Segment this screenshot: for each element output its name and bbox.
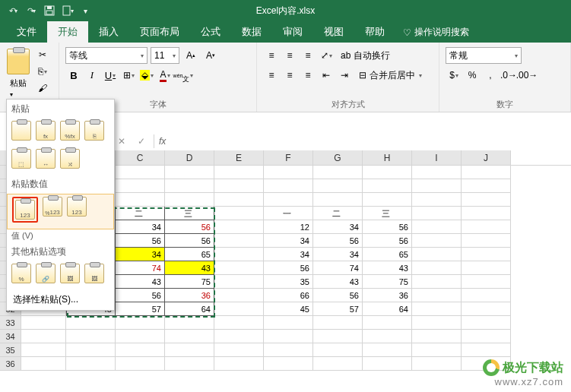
save-button[interactable] bbox=[41, 2, 58, 19]
cell[interactable]: 43 bbox=[165, 261, 214, 275]
cell[interactable] bbox=[116, 179, 165, 193]
cell[interactable]: 56 bbox=[363, 220, 412, 234]
cell[interactable] bbox=[214, 248, 264, 261]
col-header[interactable]: D bbox=[165, 150, 214, 165]
cell[interactable] bbox=[214, 357, 264, 371]
increase-decimal-button[interactable]: .0→ bbox=[500, 67, 517, 84]
copy-button[interactable]: ⎘▾ bbox=[33, 64, 52, 79]
fx-icon[interactable]: fx bbox=[159, 136, 166, 147]
cell[interactable] bbox=[214, 261, 264, 275]
qat-customize[interactable]: ▾ bbox=[78, 2, 94, 19]
align-right-button[interactable]: ≡ bbox=[300, 67, 316, 84]
cell[interactable]: 34 bbox=[264, 248, 313, 261]
cell[interactable] bbox=[313, 166, 363, 179]
cell[interactable]: 65 bbox=[165, 248, 214, 261]
cell[interactable] bbox=[363, 193, 412, 207]
grow-font-button[interactable]: A▴ bbox=[182, 47, 199, 64]
tab-view[interactable]: 视图 bbox=[313, 21, 354, 43]
cell[interactable] bbox=[412, 166, 462, 179]
fill-color-button[interactable]: ⬙▾ bbox=[138, 67, 155, 84]
cell[interactable] bbox=[412, 343, 462, 357]
indent-dec-button[interactable]: ⇤ bbox=[318, 67, 335, 84]
paste-keep-source-fmt-icon[interactable]: ⎘ bbox=[84, 121, 104, 141]
tab-data[interactable]: 数据 bbox=[231, 21, 272, 43]
cell[interactable] bbox=[462, 316, 511, 330]
cell[interactable]: 56 bbox=[165, 234, 214, 248]
cell[interactable]: 56 bbox=[313, 289, 363, 302]
cell[interactable] bbox=[165, 330, 214, 343]
paste-picture-icon[interactable]: 🖼 bbox=[60, 264, 80, 283]
row-header[interactable]: 35 bbox=[0, 343, 21, 357]
cell[interactable] bbox=[214, 166, 264, 179]
cell[interactable]: 36 bbox=[165, 289, 214, 302]
cell[interactable] bbox=[462, 343, 511, 357]
cell[interactable]: 43 bbox=[313, 275, 363, 289]
cell[interactable] bbox=[214, 220, 264, 234]
cell[interactable] bbox=[264, 357, 313, 371]
cell[interactable]: 64 bbox=[363, 302, 412, 316]
cell[interactable] bbox=[412, 357, 462, 371]
cell[interactable] bbox=[363, 343, 412, 357]
col-header[interactable]: F bbox=[264, 150, 313, 165]
cell[interactable] bbox=[313, 357, 363, 371]
cell[interactable]: 57 bbox=[313, 302, 363, 316]
cell[interactable] bbox=[462, 179, 511, 193]
cell[interactable] bbox=[412, 289, 462, 302]
paste-button[interactable]: 粘贴▾ bbox=[6, 46, 30, 98]
cell[interactable] bbox=[313, 179, 363, 193]
tab-help[interactable]: 帮助 bbox=[354, 21, 395, 43]
paste-formulas-numfmt-icon[interactable]: %fx bbox=[60, 121, 80, 141]
cell[interactable] bbox=[412, 261, 462, 275]
cell[interactable] bbox=[412, 248, 462, 261]
cell[interactable] bbox=[165, 316, 214, 330]
cell[interactable] bbox=[462, 207, 511, 220]
cell[interactable]: 45 bbox=[264, 302, 313, 316]
comma-button[interactable]: , bbox=[482, 67, 499, 84]
paste-no-borders-icon[interactable]: ⬚ bbox=[11, 149, 31, 169]
cut-button[interactable]: ✂ bbox=[33, 47, 52, 62]
shrink-font-button[interactable]: A▾ bbox=[202, 47, 219, 64]
tab-layout[interactable]: 页面布局 bbox=[129, 21, 190, 43]
cell[interactable]: 二 bbox=[313, 207, 363, 220]
cell[interactable] bbox=[116, 330, 165, 343]
paste-all-icon[interactable] bbox=[11, 121, 31, 141]
cell[interactable] bbox=[462, 289, 511, 302]
cell[interactable] bbox=[313, 193, 363, 207]
cell[interactable]: 一 bbox=[264, 207, 313, 220]
phonetic-button[interactable]: wén文▾ bbox=[175, 67, 192, 84]
cell[interactable] bbox=[264, 179, 313, 193]
cell[interactable] bbox=[462, 220, 511, 234]
cell[interactable]: 74 bbox=[116, 261, 165, 275]
redo-button[interactable]: ↷▾ bbox=[23, 2, 40, 19]
cell[interactable]: 56 bbox=[116, 289, 165, 302]
cell[interactable] bbox=[214, 343, 264, 357]
cell[interactable]: 64 bbox=[165, 302, 214, 316]
cell[interactable]: 75 bbox=[363, 275, 412, 289]
tab-file[interactable]: 文件 bbox=[6, 21, 47, 43]
cell[interactable] bbox=[412, 330, 462, 343]
cell[interactable]: 二 bbox=[116, 207, 165, 220]
cell[interactable]: 66 bbox=[264, 289, 313, 302]
align-left-button[interactable]: ≡ bbox=[263, 67, 280, 84]
cell[interactable] bbox=[412, 234, 462, 248]
cell[interactable] bbox=[412, 302, 462, 316]
cell[interactable] bbox=[214, 193, 264, 207]
col-header[interactable]: E bbox=[214, 150, 264, 165]
row-header[interactable]: 34 bbox=[0, 330, 21, 343]
cell[interactable] bbox=[165, 343, 214, 357]
cell[interactable] bbox=[214, 316, 264, 330]
cell[interactable] bbox=[214, 330, 264, 343]
cell[interactable] bbox=[462, 330, 511, 343]
border-button[interactable]: ⊞▾ bbox=[120, 67, 137, 84]
col-header[interactable]: G bbox=[313, 150, 363, 165]
cell[interactable] bbox=[214, 207, 264, 220]
cell[interactable] bbox=[264, 193, 313, 207]
number-format-combo[interactable]: 常规▾ bbox=[446, 47, 522, 64]
decrease-decimal-button[interactable]: .00→ bbox=[519, 67, 535, 84]
cell[interactable] bbox=[462, 275, 511, 289]
new-file-button[interactable]: ▾ bbox=[59, 2, 76, 19]
cell[interactable]: 56 bbox=[264, 261, 313, 275]
cell[interactable] bbox=[412, 207, 462, 220]
tab-formulas[interactable]: 公式 bbox=[190, 21, 231, 43]
underline-button[interactable]: U▾ bbox=[102, 67, 119, 84]
